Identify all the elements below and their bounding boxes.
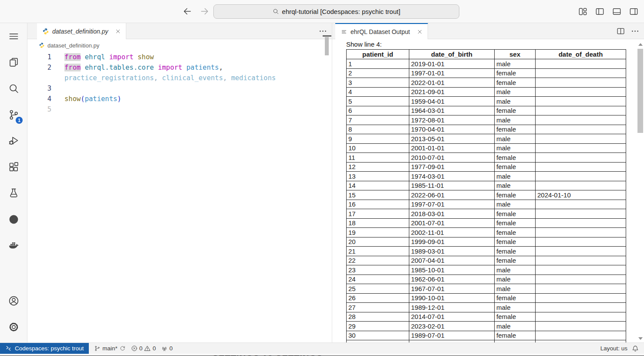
- table-cell: [536, 293, 626, 303]
- arrow-left-icon[interactable]: [182, 6, 192, 17]
- scrollbar-thumb[interactable]: [637, 49, 643, 133]
- table-cell: [536, 218, 626, 228]
- panel-scrollbar[interactable]: [637, 41, 644, 342]
- editor-scrollbar[interactable]: [325, 37, 329, 55]
- workbench: 1 dataset_definition.py dataset_definiti…: [0, 23, 644, 342]
- output-panel: ehrQL Dataset Output Show line 4: patien…: [332, 23, 644, 342]
- bell-icon[interactable]: [632, 345, 639, 352]
- table-cell: 21: [347, 247, 409, 256]
- table-cell: male: [495, 265, 536, 275]
- table-row: 222007-04-01female: [347, 256, 626, 265]
- scroll-up-arrow[interactable]: [638, 43, 643, 46]
- table-header: patient_id: [347, 50, 409, 59]
- tab-dataset-definition[interactable]: dataset_definition.py: [37, 23, 126, 39]
- table-cell: 26: [347, 293, 409, 303]
- table-cell: 2022-01-01: [409, 78, 495, 88]
- activity-item-explorer[interactable]: [3, 52, 24, 73]
- table-row: 172018-03-01female: [347, 209, 626, 219]
- activity-item-docker[interactable]: [3, 235, 24, 256]
- code-text: from ehrql.tables.core import patients,: [64, 62, 223, 73]
- scroll-down-arrow[interactable]: [638, 337, 643, 340]
- table-cell: [536, 322, 626, 331]
- activity-item-run-debug[interactable]: [3, 130, 24, 151]
- table-cell: [536, 153, 626, 163]
- activity-item-extensions[interactable]: [3, 156, 24, 177]
- dataset-table: patient_iddate_of_birthsexdate_of_death …: [346, 49, 626, 342]
- table-cell: [536, 87, 626, 97]
- close-icon[interactable]: [416, 28, 423, 35]
- table-row: 12019-01-01male: [347, 59, 626, 69]
- table-cell: female: [495, 209, 536, 219]
- table-cell: female: [495, 125, 536, 134]
- table-cell: [536, 303, 626, 312]
- radio-tower-icon: [161, 345, 168, 352]
- scm-badge: 1: [16, 117, 23, 124]
- activity-item-accounts[interactable]: [3, 290, 24, 311]
- table-cell: male: [495, 143, 536, 153]
- more-actions-icon[interactable]: [631, 27, 640, 36]
- table-cell: 29: [347, 322, 409, 331]
- table-cell: [536, 237, 626, 247]
- table-cell: 13: [347, 172, 409, 181]
- clipped-text-fragment: NEW TERMINAL: [121, 354, 214, 356]
- code-line: 2from ehrql.tables.core import patients,: [27, 62, 332, 73]
- tab-ehrql-dataset-output[interactable]: ehrQL Dataset Output: [335, 23, 428, 39]
- activity-item-github[interactable]: [3, 209, 24, 230]
- more-actions-icon[interactable]: [318, 27, 327, 36]
- debug-icon: [8, 135, 20, 147]
- table-cell: 2014-07-01: [409, 312, 495, 322]
- table-row: 192002-11-01female: [347, 228, 626, 237]
- split-editor-icon[interactable]: [616, 27, 625, 36]
- table-cell: 2019-01-01: [409, 59, 495, 69]
- activity-item-settings[interactable]: [3, 316, 24, 337]
- error-count: 0: [139, 345, 143, 352]
- command-center-search[interactable]: ehrql-tutorial [Codespaces: psychic trou…: [213, 4, 459, 19]
- table-cell: female: [495, 106, 536, 115]
- line-number: 3: [27, 83, 51, 94]
- list-icon: [341, 28, 347, 35]
- activity-item-source-control[interactable]: 1: [3, 104, 24, 125]
- table-cell: 1972-08-01: [409, 115, 495, 125]
- arrow-right-icon[interactable]: [199, 6, 210, 17]
- toggle-panel-icon[interactable]: [612, 7, 622, 17]
- table-cell: 23: [347, 265, 409, 275]
- table-cell: male: [495, 275, 536, 284]
- table-row: 42021-09-01male: [347, 87, 626, 97]
- code-line: practice_registrations, clinical_events,…: [27, 73, 332, 83]
- code-text: practice_registrations, clinical_events,…: [64, 73, 276, 83]
- table-cell: 1970-04-01: [409, 125, 495, 134]
- table-cell: 17: [347, 209, 409, 219]
- table-cell: 1997-01-01: [409, 68, 495, 78]
- table-cell: [536, 68, 626, 78]
- table-row: 81970-04-01female: [347, 125, 626, 134]
- table-cell: 1964-03-01: [409, 106, 495, 115]
- table-cell: male: [495, 134, 536, 144]
- table-cell: 20: [347, 237, 409, 247]
- remote-indicator[interactable]: Codespaces: psychic trout: [0, 343, 89, 354]
- problems-status[interactable]: 0 0: [131, 345, 156, 352]
- table-cell: [536, 247, 626, 256]
- table-row: 251967-07-01male: [347, 284, 626, 294]
- activity-bar: 1: [0, 23, 27, 342]
- layout-label[interactable]: Layout: us: [600, 345, 627, 352]
- table-cell: [536, 125, 626, 134]
- sync-icon: [119, 345, 126, 352]
- activity-item-menu[interactable]: [3, 26, 24, 47]
- branch-status[interactable]: main*: [94, 345, 126, 352]
- breadcrumb[interactable]: dataset_definition.py: [27, 39, 332, 51]
- toggle-sidebar-right-icon[interactable]: [629, 7, 639, 17]
- activity-item-testing[interactable]: [3, 183, 24, 203]
- table-cell: 22: [347, 256, 409, 265]
- table-row: 131974-03-01male: [347, 172, 626, 181]
- editor-group: dataset_definition.py dataset_definition…: [27, 23, 332, 342]
- toggle-sidebar-left-icon[interactable]: [595, 7, 605, 17]
- table-cell: [536, 284, 626, 294]
- ports-status[interactable]: 0: [161, 345, 173, 352]
- table-row: 121977-09-01female: [347, 162, 626, 172]
- code-editor[interactable]: 1from ehrql import show2from ehrql.table…: [27, 51, 332, 342]
- activity-item-search[interactable]: [3, 78, 24, 99]
- table-cell: female: [495, 228, 536, 237]
- close-icon[interactable]: [115, 28, 121, 35]
- customize-layout-icon[interactable]: [578, 7, 588, 17]
- table-cell: 9: [347, 134, 409, 144]
